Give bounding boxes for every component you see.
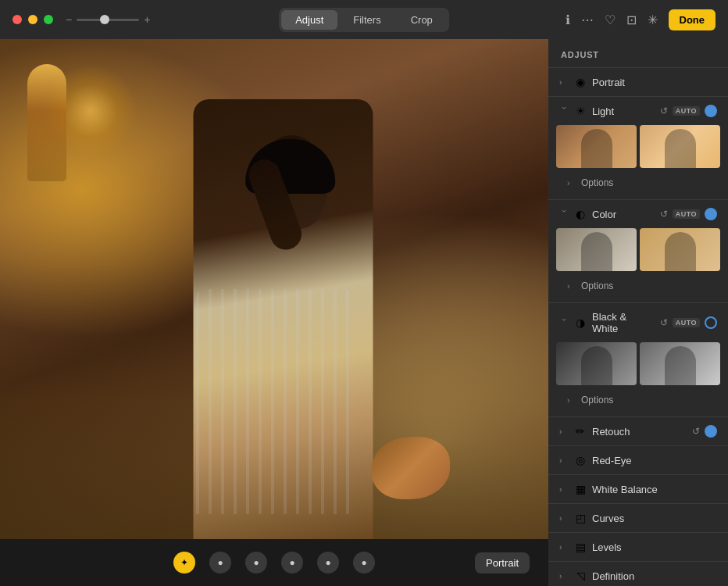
color-thumb-2[interactable] bbox=[640, 228, 720, 271]
sidebar-item-whitebalance[interactable]: › ▦ White Balance bbox=[548, 475, 728, 504]
zoom-thumb[interactable] bbox=[100, 15, 109, 24]
close-button[interactable] bbox=[12, 15, 22, 24]
maximize-button[interactable] bbox=[44, 15, 53, 24]
filter-5-icon[interactable]: ● bbox=[353, 552, 375, 573]
thumb-person-1 bbox=[581, 129, 612, 168]
main-content: ✦ ● ● ● ● ● Portrait ADJUST › ◉ Portrait… bbox=[0, 39, 728, 586]
portrait-badge[interactable]: Portrait bbox=[475, 552, 530, 573]
retouch-controls: ↺ bbox=[692, 425, 717, 438]
tab-crop[interactable]: Crop bbox=[397, 10, 447, 30]
light-reset-icon[interactable]: ↺ bbox=[660, 105, 668, 116]
window-controls bbox=[12, 15, 53, 24]
zoom-minus-icon[interactable]: − bbox=[66, 13, 72, 26]
light-toggle[interactable] bbox=[705, 105, 717, 117]
bw-icon: ◑ bbox=[573, 316, 587, 329]
levels-label: Levels bbox=[592, 541, 717, 553]
filter-4-icon[interactable]: ● bbox=[317, 552, 339, 573]
sidebar-item-levels[interactable]: › ▤ Levels bbox=[548, 533, 728, 562]
zoom-track[interactable] bbox=[77, 19, 139, 21]
section-bw-header[interactable]: › ◑ Black & White ↺ AUTO bbox=[548, 303, 728, 342]
redeye-icon: ◎ bbox=[573, 454, 587, 466]
light-thumb-1[interactable] bbox=[556, 125, 637, 168]
color-label: Color bbox=[592, 209, 655, 220]
info-icon[interactable]: ℹ bbox=[566, 13, 570, 27]
bw-reset-icon[interactable]: ↺ bbox=[660, 317, 668, 328]
light-options-row[interactable]: › Options bbox=[556, 174, 720, 191]
thumb-person-2 bbox=[665, 129, 696, 168]
minimize-button[interactable] bbox=[28, 15, 37, 24]
tab-filters[interactable]: Filters bbox=[339, 10, 394, 30]
options-color-chevron-icon: › bbox=[567, 282, 576, 291]
bw-auto-badge[interactable]: AUTO bbox=[673, 318, 700, 327]
color-reset-icon[interactable]: ↺ bbox=[660, 209, 668, 220]
filter-1-icon[interactable]: ● bbox=[209, 552, 231, 573]
zoom-slider-area: − + bbox=[66, 13, 150, 26]
photo-image bbox=[0, 39, 548, 539]
color-icon: ◐ bbox=[573, 208, 587, 220]
chevron-levels-icon: › bbox=[559, 543, 569, 552]
sidebar-item-curves[interactable]: › ◰ Curves bbox=[548, 504, 728, 533]
color-toggle[interactable] bbox=[705, 208, 717, 220]
thumb-person-6 bbox=[665, 346, 696, 385]
section-color: › ◐ Color ↺ AUTO bbox=[548, 200, 728, 303]
chevron-color-icon: › bbox=[560, 209, 569, 219]
chevron-wb-icon: › bbox=[559, 485, 569, 494]
right-panel: ADJUST › ◉ Portrait › ☀ Light ↺ AUTO bbox=[548, 39, 728, 586]
chevron-curves-icon: › bbox=[559, 514, 569, 523]
thumb-person-5 bbox=[581, 346, 612, 385]
done-button[interactable]: Done bbox=[669, 9, 716, 30]
redeye-label: Red-Eye bbox=[592, 455, 717, 466]
bw-thumb-2[interactable] bbox=[640, 342, 720, 385]
color-thumbs bbox=[556, 228, 720, 271]
sidebar-item-redeye[interactable]: › ◎ Red-Eye bbox=[548, 446, 728, 475]
portrait-icon: ◉ bbox=[573, 76, 587, 88]
magic-icon[interactable]: ✳ bbox=[648, 13, 658, 27]
lamp bbox=[27, 64, 66, 181]
chevron-redeye-icon: › bbox=[559, 456, 569, 465]
bw-label: Black & White bbox=[592, 311, 655, 334]
whitebalance-label: White Balance bbox=[592, 484, 717, 495]
bw-content: › Options bbox=[548, 342, 728, 416]
bw-thumb-1[interactable] bbox=[556, 342, 637, 385]
retouch-toggle[interactable] bbox=[705, 425, 717, 438]
color-auto-badge[interactable]: AUTO bbox=[673, 209, 700, 219]
light-thumb-2[interactable] bbox=[640, 125, 720, 168]
thumb-person-3 bbox=[581, 232, 612, 271]
levels-icon: ▤ bbox=[573, 541, 587, 553]
definition-label: Definition bbox=[592, 570, 717, 582]
light-auto-badge[interactable]: AUTO bbox=[673, 106, 700, 116]
sparkle-icon[interactable]: ✦ bbox=[173, 552, 195, 573]
tab-adjust[interactable]: Adjust bbox=[281, 10, 337, 30]
thumb-person-4 bbox=[665, 232, 696, 271]
bw-toggle[interactable] bbox=[705, 316, 717, 329]
filter-3-icon[interactable]: ● bbox=[281, 552, 303, 573]
color-thumb-1[interactable] bbox=[556, 228, 637, 271]
section-light-header[interactable]: › ☀ Light ↺ AUTO bbox=[548, 97, 728, 125]
sidebar-item-definition[interactable]: › ◹ Definition bbox=[548, 562, 728, 586]
more-icon[interactable]: ⋯ bbox=[581, 13, 594, 27]
light-controls: ↺ AUTO bbox=[660, 105, 717, 117]
photo-container bbox=[0, 39, 548, 539]
sidebar-item-retouch[interactable]: › ✏ Retouch ↺ bbox=[548, 417, 728, 446]
bottom-toolbar: ✦ ● ● ● ● ● Portrait bbox=[0, 539, 548, 586]
zoom-plus-icon[interactable]: + bbox=[144, 13, 150, 26]
section-light: › ☀ Light ↺ AUTO bbox=[548, 97, 728, 200]
sidebar-item-portrait[interactable]: › ◉ Portrait bbox=[548, 68, 728, 97]
options-chevron-icon: › bbox=[567, 179, 576, 188]
bw-options-row[interactable]: › Options bbox=[556, 391, 720, 409]
curves-icon: ◰ bbox=[573, 512, 587, 524]
retouch-reset-icon[interactable]: ↺ bbox=[692, 426, 700, 437]
chevron-portrait-icon: › bbox=[559, 78, 569, 87]
color-controls: ↺ AUTO bbox=[660, 208, 717, 220]
photo-area: ✦ ● ● ● ● ● Portrait bbox=[0, 39, 548, 586]
bw-options-label: Options bbox=[581, 395, 613, 406]
color-options-label: Options bbox=[581, 280, 613, 291]
crop-icon[interactable]: ⊡ bbox=[626, 13, 637, 27]
section-color-header[interactable]: › ◐ Color ↺ AUTO bbox=[548, 200, 728, 228]
title-right-icons: ℹ ⋯ ♡ ⊡ ✳ Done bbox=[566, 9, 716, 30]
heart-icon[interactable]: ♡ bbox=[605, 13, 616, 27]
filter-2-icon[interactable]: ● bbox=[245, 552, 267, 573]
retouch-label: Retouch bbox=[592, 426, 687, 438]
color-options-row[interactable]: › Options bbox=[556, 277, 720, 295]
chevron-bw-icon: › bbox=[560, 318, 569, 327]
